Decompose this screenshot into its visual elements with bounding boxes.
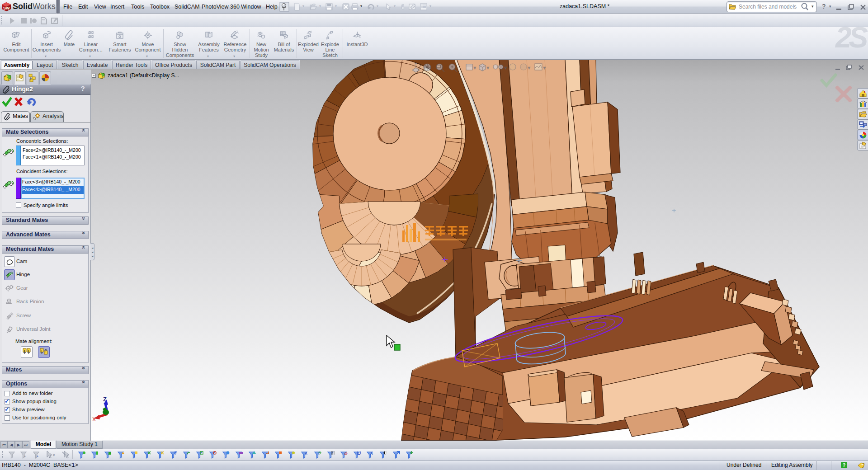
svg-text:▾: ▾ <box>528 66 530 70</box>
svg-text:X: X <box>92 416 96 423</box>
svg-text:A: A <box>305 451 307 456</box>
svg-text:▾: ▾ <box>487 66 489 70</box>
svg-text:A: A <box>370 451 373 456</box>
svg-text:@: @ <box>344 451 348 456</box>
svg-text:▾: ▾ <box>543 66 546 70</box>
svg-text:▾: ▾ <box>53 453 55 457</box>
svg-text:▾: ▾ <box>505 66 507 70</box>
svg-text:▾: ▾ <box>474 66 476 70</box>
svg-text:SW: SW <box>3 6 10 10</box>
